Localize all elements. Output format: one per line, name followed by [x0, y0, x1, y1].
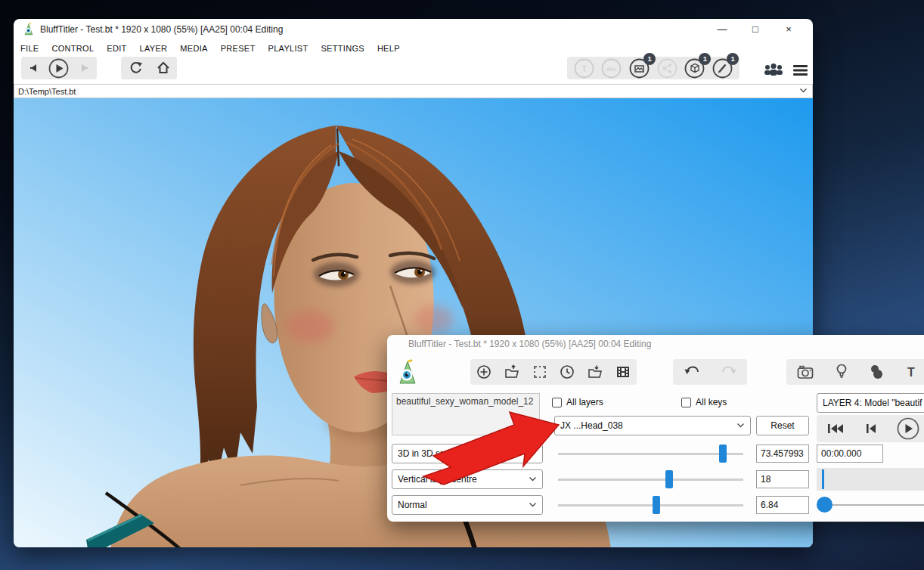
time-field[interactable]: 00:00.000 — [817, 445, 883, 463]
import-folder-icon[interactable] — [588, 364, 603, 379]
timeline-key-marker[interactable] — [822, 469, 824, 489]
chevron-down-icon[interactable] — [799, 88, 808, 94]
menu-item-layer[interactable]: LAYER — [140, 44, 168, 53]
slider-thumb[interactable] — [653, 496, 660, 514]
share-icon — [657, 58, 677, 79]
clock-icon[interactable] — [560, 364, 575, 379]
slider-thumb[interactable] — [719, 445, 727, 463]
menu-item-control[interactable]: CONTROL — [51, 44, 94, 53]
hamburger-menu-icon[interactable] — [789, 60, 811, 80]
community-icon[interactable] — [761, 59, 786, 82]
svg-text:T: T — [907, 366, 915, 379]
window-title: BluffTitler - Test.bt * 1920 x 1080 (55%… — [40, 24, 283, 35]
export-folder-icon[interactable] — [504, 364, 519, 379]
resize-icon[interactable] — [532, 364, 547, 379]
maximize-button[interactable]: □ — [739, 19, 772, 39]
slider-track[interactable] — [558, 453, 743, 455]
light-layer-icon[interactable] — [836, 364, 848, 380]
pencil-layer-badge: 1 — [727, 53, 739, 65]
bone-combobox[interactable]: JX ...Head_038 — [554, 416, 751, 435]
position-combobox[interactable]: 3D in 3D space — [392, 444, 543, 463]
pencil-layer-icon[interactable]: 1 — [712, 58, 733, 79]
svg-text:T: T — [581, 64, 587, 73]
chevron-down-icon — [529, 502, 537, 508]
model-layer-badge: 1 — [699, 53, 711, 65]
scrubber-track[interactable] — [817, 504, 924, 506]
blend-combobox[interactable]: Normal — [392, 495, 543, 515]
all-keys-checkbox[interactable]: All keys — [681, 397, 727, 407]
slider-track[interactable] — [558, 479, 743, 481]
slider-track[interactable] — [558, 504, 743, 506]
list-item[interactable]: beautiful_sexy_woman_model_12 — [392, 394, 539, 407]
model-listbox[interactable]: beautiful_sexy_woman_model_12 — [392, 393, 540, 435]
model-layer-icon[interactable]: 1 — [684, 58, 705, 79]
layer-combobox[interactable]: LAYER 4: Model "beautif — [817, 393, 924, 413]
blufftitler-logo-icon — [398, 359, 417, 385]
panel-title: BluffTitler - Test.bt * 1920 x 1080 (55%… — [408, 339, 651, 349]
checkbox-icon[interactable] — [552, 398, 562, 407]
show-path-value: D:\Temp\Test.bt — [18, 87, 76, 96]
checkbox-icon[interactable] — [681, 398, 691, 407]
size-value-field[interactable]: 18 — [756, 470, 809, 488]
slider-thumb[interactable] — [665, 470, 673, 488]
skip-start-icon[interactable] — [826, 423, 845, 435]
model-layer-icon-active[interactable] — [869, 364, 884, 380]
main-titlebar[interactable]: BluffTitler - Test.bt * 1920 x 1080 (55%… — [14, 19, 813, 39]
picture-layer-badge: 1 — [643, 53, 656, 65]
align-combobox[interactable]: Vertical align centre — [392, 469, 543, 489]
svg-text:Abc: Abc — [607, 65, 617, 72]
depth-value-field[interactable]: 6.84 — [756, 496, 809, 514]
menu-bar: FILE CONTROL EDIT LAYER MEDIA PRESET PLA… — [14, 39, 813, 57]
timeline[interactable] — [817, 468, 924, 491]
back-icon[interactable] — [21, 62, 46, 74]
home-icon[interactable] — [149, 61, 177, 75]
menu-item-help[interactable]: HELP — [377, 44, 400, 53]
reset-button[interactable]: Reset — [756, 416, 809, 435]
blufftitler-logo-icon — [23, 23, 35, 36]
chevron-down-icon — [529, 451, 537, 457]
previous-key-icon[interactable] — [864, 423, 877, 435]
play-button[interactable] — [897, 417, 919, 440]
abc-layer-icon: Abc — [601, 58, 622, 79]
picture-layer-icon[interactable]: 1 — [629, 58, 650, 79]
text-layer-icon: T — [574, 58, 594, 79]
text-layer-icon[interactable]: T — [905, 364, 917, 379]
play-button[interactable] — [46, 58, 71, 79]
scrubber-handle[interactable] — [817, 497, 833, 513]
undo-icon[interactable] — [684, 364, 700, 379]
close-button[interactable]: × — [772, 19, 805, 39]
menu-item-edit[interactable]: EDIT — [107, 44, 126, 53]
rotation-value-field[interactable]: 73.457993 — [756, 445, 809, 463]
redo-icon — [721, 364, 737, 379]
time-scrubber[interactable] — [817, 495, 924, 515]
menu-item-media[interactable]: MEDIA — [180, 44, 207, 53]
menu-item-preset[interactable]: PRESET — [221, 44, 256, 53]
film-icon[interactable] — [615, 364, 631, 379]
blufftitler-tools-panel: BluffTitler - Test.bt * 1920 x 1080 (55%… — [387, 335, 924, 522]
menu-item-settings[interactable]: SETTINGS — [321, 44, 364, 53]
size-slider[interactable] — [558, 469, 743, 489]
refresh-icon[interactable] — [121, 61, 149, 75]
show-path-combobox[interactable]: D:\Temp\Test.bt — [14, 84, 813, 98]
rotation-slider[interactable] — [558, 444, 743, 463]
chevron-down-icon — [736, 423, 745, 429]
chevron-down-icon — [529, 476, 537, 482]
minimize-button[interactable]: — — [705, 19, 739, 39]
menu-item-playlist[interactable]: PLAYLIST — [268, 44, 309, 53]
desktop: { "main_window": { "title": "BluffTitler… — [0, 0, 924, 570]
add-key-icon[interactable] — [476, 364, 491, 379]
depth-slider[interactable] — [558, 495, 743, 515]
menu-item-file[interactable]: FILE — [20, 44, 39, 53]
main-toolbar: T Abc 1 1 1 — [14, 57, 813, 84]
camera-layer-icon[interactable] — [797, 364, 814, 379]
forward-icon[interactable] — [71, 62, 96, 74]
all-layers-checkbox[interactable]: All layers — [552, 397, 603, 407]
